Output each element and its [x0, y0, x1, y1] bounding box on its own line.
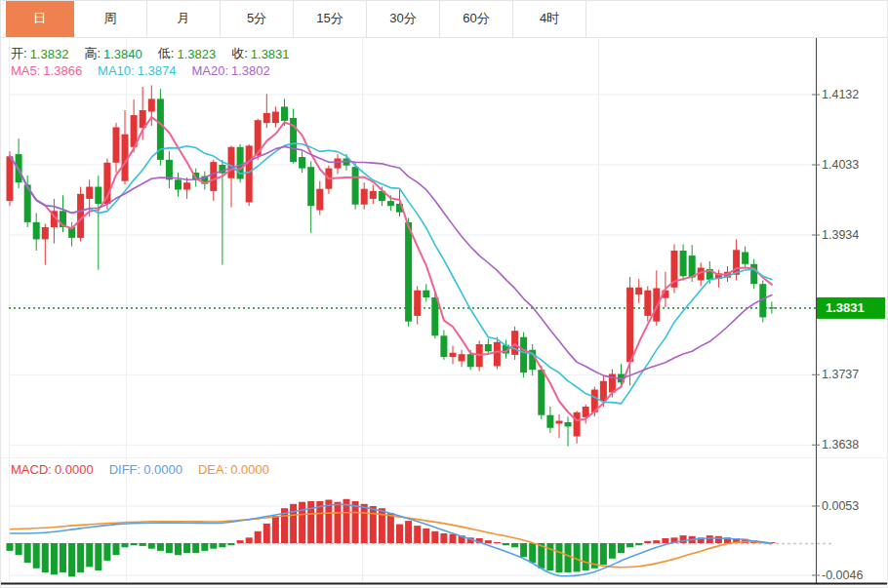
candle — [405, 218, 412, 327]
tab-30min[interactable]: 30分 — [367, 1, 440, 37]
legend-ohlc-high-label: 高: — [84, 45, 101, 62]
candle — [450, 346, 457, 365]
macd-bar — [396, 525, 403, 543]
candle — [459, 350, 465, 368]
macd-bar — [86, 543, 93, 567]
macd-bar — [414, 526, 421, 543]
legend-ohlc-high-value: 1.3840 — [103, 47, 142, 61]
macd-bar — [715, 536, 722, 543]
legend-ohlc-open-value: 1.3832 — [30, 47, 69, 61]
legend-ma-ma5-label: MA5: — [11, 63, 40, 78]
macd-bar — [511, 543, 518, 547]
candle — [529, 344, 536, 375]
macd-bar — [263, 524, 270, 543]
candle — [414, 286, 421, 324]
ohlc-legend: 开:1.3832高:1.3840低:1.3823收:1.3831 — [11, 45, 290, 62]
ma20-line — [10, 146, 772, 378]
macd-bar — [24, 543, 31, 563]
macd-bar — [131, 543, 138, 545]
candle — [511, 327, 518, 360]
candle — [246, 144, 253, 206]
macd-bar — [299, 502, 305, 543]
macd-bar — [609, 543, 616, 559]
macd-bar — [387, 513, 394, 543]
macd-bar — [662, 538, 668, 543]
legend-macd-macd: MACD:0.0000 — [11, 462, 94, 477]
candle — [750, 259, 757, 290]
macd-bar — [210, 543, 217, 549]
candle — [228, 145, 235, 207]
macd-bar — [520, 543, 527, 557]
candle — [166, 151, 173, 188]
tab-15min[interactable]: 15分 — [294, 1, 367, 37]
macd-bar — [68, 543, 75, 576]
candle — [183, 177, 190, 199]
candle — [290, 109, 297, 164]
candle — [16, 138, 22, 188]
macd-bar — [122, 543, 129, 547]
legend-macd-diff: DIFF:0.0000 — [109, 462, 182, 477]
candle — [546, 407, 553, 433]
trading-chart-app: { "tabs": { "items": [ {"name":"day","la… — [0, 0, 888, 588]
candle — [583, 405, 589, 424]
candle — [520, 333, 527, 378]
candle — [768, 301, 775, 313]
candlestick-series — [7, 86, 776, 447]
candlestick-chart-canvas[interactable]: 1.41321.40331.39341.37371.36380.0053-0.0… — [1, 1, 888, 588]
candle — [680, 245, 687, 281]
macd-bar — [201, 543, 208, 551]
macd-bar — [192, 543, 199, 553]
price-tick-label: 1.3737 — [822, 368, 859, 381]
macd-bar — [431, 531, 438, 543]
legend-ohlc-close: 收:1.3831 — [231, 45, 289, 62]
tab-week[interactable]: 周 — [74, 1, 147, 37]
macd-bar — [103, 543, 110, 561]
tab-month[interactable]: 月 — [147, 1, 221, 37]
macd-bar — [16, 543, 22, 555]
tab-60min[interactable]: 60分 — [440, 1, 513, 37]
candle — [671, 245, 678, 294]
candle — [653, 270, 660, 326]
candle — [175, 173, 182, 197]
current-price-badge: 1.3831 — [817, 297, 885, 319]
macd-bar — [246, 537, 253, 543]
candle — [316, 181, 323, 216]
macd-bar — [255, 531, 262, 543]
macd-legend: MACD:0.0000DIFF:0.0000DEA:0.0000 — [11, 462, 269, 477]
price-tick-label: 1.3934 — [822, 228, 859, 242]
macd-bar — [494, 542, 501, 543]
legend-macd-macd-label: MACD: — [11, 462, 52, 477]
candle — [565, 416, 572, 447]
legend-ma-ma5: MA5:1.3866 — [11, 63, 82, 78]
macd-bar — [352, 501, 359, 543]
legend-ma-ma10: MA10:1.3874 — [98, 63, 176, 78]
macd-bar — [7, 543, 14, 551]
macd-tick-label: -0.0046 — [822, 568, 863, 582]
macd-bar — [706, 535, 713, 543]
candle — [352, 163, 359, 210]
candle — [742, 247, 748, 268]
tab-day[interactable]: 日 — [6, 1, 74, 37]
candle — [201, 172, 208, 190]
macd-bar — [529, 543, 536, 563]
candle — [33, 214, 40, 252]
tab-4hour[interactable]: 4时 — [513, 1, 586, 37]
candle — [759, 281, 766, 323]
candle — [361, 182, 368, 210]
legend-macd-dea: DEA:0.0000 — [198, 462, 269, 477]
macd-bar — [95, 543, 101, 570]
price-tick-label: 1.4033 — [822, 158, 859, 172]
legend-ohlc-close-value: 1.3831 — [251, 47, 290, 61]
macd-bar — [228, 543, 235, 545]
tab-5min[interactable]: 5分 — [221, 1, 294, 37]
macd-bar — [166, 543, 173, 553]
legend-ohlc-low: 低:1.3823 — [158, 45, 216, 62]
legend-ohlc-low-label: 低: — [158, 45, 175, 62]
macd-bar — [370, 506, 377, 543]
price-tick-label: 1.3638 — [822, 438, 859, 451]
macd-bar — [565, 543, 572, 572]
macd-bar — [644, 541, 651, 543]
legend-ma-ma10-label: MA10: — [98, 63, 135, 78]
legend-ma-ma5-value: 1.3866 — [43, 63, 82, 78]
candle — [556, 414, 563, 438]
